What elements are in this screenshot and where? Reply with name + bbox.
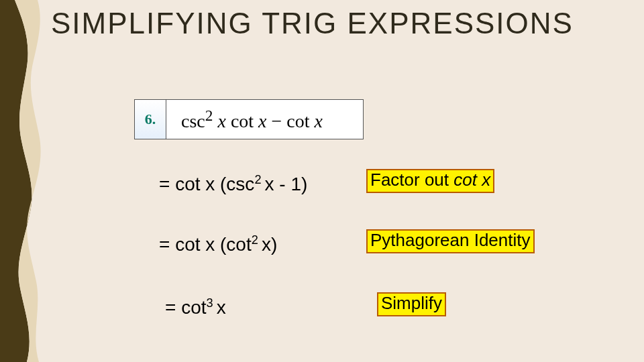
- step-2-expression: = cot x (cot2 x): [159, 233, 277, 255]
- step-1-label: Factor out cot x: [366, 169, 494, 193]
- page-title: SIMPLIFYING TRIG EXPRESSIONS: [51, 7, 574, 40]
- step-3-expression: = cot3 x: [165, 296, 226, 318]
- step-2-label: Pythagorean Identity: [366, 229, 535, 253]
- step-1-expression: = cot x (csc2 x - 1): [159, 173, 307, 195]
- left-decor-svg: [0, 0, 51, 362]
- problem-number: 6.: [135, 100, 166, 139]
- step-3-label: Simplify: [377, 292, 446, 316]
- problem-expression: csc2 x cot x − cot x: [166, 107, 363, 132]
- problem-box: 6. csc2 x cot x − cot x: [134, 99, 364, 139]
